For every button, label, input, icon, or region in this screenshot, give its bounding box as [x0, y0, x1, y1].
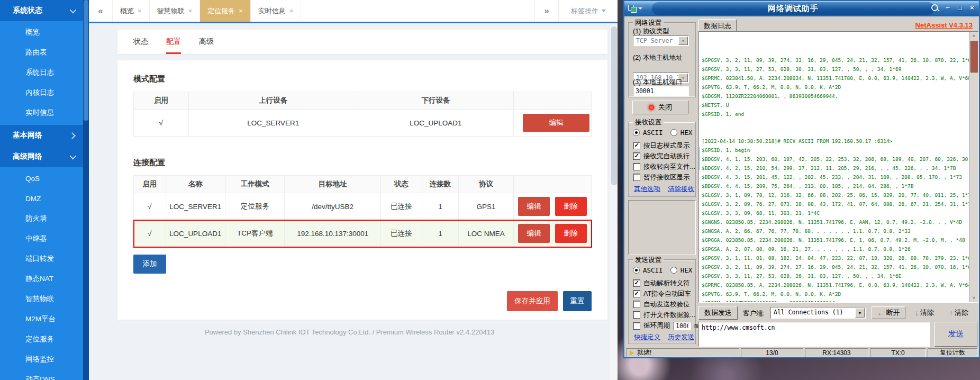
- checkbox[interactable]: [633, 301, 640, 308]
- sidebar-item[interactable]: 系统日志: [0, 62, 83, 83]
- sidebar-section-system-status[interactable]: 系统状态: [0, 0, 83, 21]
- tabs-scroll-left-icon[interactable]: «: [89, 0, 113, 22]
- client-select[interactable]: All Connections (1) ▼: [770, 307, 866, 319]
- host-port-input[interactable]: [633, 86, 689, 96]
- log-scrollbar[interactable]: ˄ ˅: [969, 32, 978, 302]
- settings-tab[interactable]: 状态: [133, 30, 148, 54]
- checkbox[interactable]: [633, 142, 640, 149]
- other-options-link[interactable]: 其他选项: [634, 185, 660, 194]
- sidebar-item[interactable]: QoS: [0, 168, 83, 188]
- chevron-down-icon[interactable]: [638, 7, 642, 10]
- edit-button[interactable]: 编辑: [518, 197, 550, 216]
- send-button[interactable]: 发送: [934, 322, 977, 347]
- chevron-down-icon[interactable]: ▼: [678, 37, 688, 45]
- delete-button[interactable]: 删除: [555, 224, 587, 243]
- checkbox[interactable]: [633, 152, 640, 160]
- data-log-area[interactable]: $GPGSV, 3, 2, 11, 09, 39, 274, 33, 16, 2…: [698, 31, 978, 303]
- scroll-down-icon[interactable]: ˅: [970, 294, 978, 302]
- close-connection-button[interactable]: 关闭: [632, 101, 688, 114]
- sidebar-item[interactable]: DMZ: [0, 188, 83, 209]
- reset-button[interactable]: 重置: [563, 291, 592, 311]
- chevron-down-icon[interactable]: ▼: [855, 308, 865, 318]
- sidebar-item[interactable]: 端口转发: [0, 249, 83, 269]
- down-arrow-icon: ↓: [915, 309, 919, 317]
- sidebar-item[interactable]: 静态NAT: [0, 269, 83, 289]
- sidebar-item[interactable]: 定位服务: [0, 329, 83, 349]
- sidebar-item[interactable]: M2M平台: [0, 309, 83, 329]
- disconnect-button[interactable]: ← 断开: [872, 306, 905, 319]
- app-icon[interactable]: [628, 5, 636, 12]
- cell-status: 已连接: [381, 193, 422, 220]
- close-icon[interactable]: ×: [239, 7, 243, 15]
- log-line: $GNGNS, 023850.85, 2234.208026, N, 11351…: [702, 218, 969, 227]
- close-button[interactable]: ×: [968, 4, 976, 12]
- hex-radio[interactable]: [670, 129, 677, 136]
- sidebar-item[interactable]: 中继器: [0, 229, 83, 249]
- close-icon[interactable]: ×: [188, 7, 193, 15]
- maximize-button[interactable]: □: [956, 4, 964, 12]
- netassist-version-link[interactable]: NetAssist V4.3.13: [915, 21, 973, 29]
- sidebar-item[interactable]: 动态DNS: [0, 369, 83, 380]
- sidebar-item[interactable]: 智慧物联: [0, 289, 83, 309]
- cycle-period-input[interactable]: [673, 322, 691, 330]
- checkbox[interactable]: [633, 290, 640, 297]
- ascii-radio[interactable]: [633, 267, 640, 274]
- log-line: $GPSID, 1, begin: [702, 146, 969, 155]
- page-tab[interactable]: 定位服务 ×: [200, 0, 251, 22]
- page-scrollbar-thumb[interactable]: [611, 26, 617, 185]
- page-tab[interactable]: 智慧物联 ×: [150, 0, 201, 22]
- sidebar-item[interactable]: 实时信息: [0, 103, 83, 123]
- settings-tab[interactable]: 配置: [166, 30, 181, 54]
- clear-receive-link[interactable]: 清除接收: [668, 185, 694, 194]
- send-data-input[interactable]: http://www.cmsoft.cn: [698, 322, 930, 347]
- reset-counter-button[interactable]: 复位计数: [928, 348, 977, 357]
- clear-receive-button[interactable]: ↓ 清除: [915, 308, 934, 318]
- history-send-link[interactable]: 历史发送: [668, 333, 694, 342]
- checkbox[interactable]: [633, 174, 640, 181]
- edit-button[interactable]: 编辑: [518, 224, 550, 243]
- data-send-tab[interactable]: 数据发送: [698, 306, 738, 320]
- save-apply-button[interactable]: 保存并应用: [507, 291, 558, 311]
- page-tab[interactable]: 实时信息 ×: [251, 0, 302, 22]
- cycle-checkbox[interactable]: [633, 322, 640, 330]
- close-icon[interactable]: ×: [138, 7, 142, 15]
- sidebar-section-advanced-network[interactable]: 高级网络: [0, 146, 83, 167]
- sidebar-item[interactable]: 内核日志: [0, 83, 83, 103]
- checkbox[interactable]: [633, 163, 640, 170]
- delete-button[interactable]: 删除: [555, 197, 587, 216]
- checkbox-row: 自动发送校验位: [633, 299, 695, 310]
- tab-operations-menu[interactable]: 标签操作: [559, 0, 618, 22]
- receive-settings-group: 接收设置 ASCII HEX 按日志模式显示 接收完自动换行: [628, 122, 696, 197]
- ascii-radio[interactable]: [633, 129, 640, 136]
- scroll-up-icon[interactable]: ˄: [970, 32, 978, 40]
- page-scrollbar[interactable]: [610, 23, 618, 380]
- tabs-scroll-right-icon[interactable]: »: [534, 0, 559, 22]
- hex-radio[interactable]: [670, 267, 677, 274]
- protocol-type-select[interactable]: TCP Server ▼: [633, 35, 689, 46]
- clear-send-button[interactable]: ↑ 清除: [949, 308, 968, 318]
- sidebar-item[interactable]: 路由表: [0, 42, 83, 62]
- edit-button[interactable]: 编辑: [523, 114, 589, 132]
- title-bar[interactable]: 网络调试助手 − □ ×: [624, 1, 979, 16]
- checkbox[interactable]: [633, 279, 640, 287]
- sidebar-scrollbar-thumb[interactable]: [84, 0, 88, 121]
- sidebar-item[interactable]: 网络监控: [0, 349, 83, 369]
- sidebar-scrollbar[interactable]: [83, 0, 89, 380]
- pin-icon[interactable]: [931, 4, 938, 11]
- checkbox[interactable]: [633, 311, 640, 319]
- sidebar-item[interactable]: 概览: [0, 22, 83, 42]
- shortcut-define-link[interactable]: 快捷定义: [634, 333, 660, 342]
- data-log-tab[interactable]: 数据日志: [698, 19, 737, 32]
- log-scrollbar-thumb[interactable]: [970, 41, 978, 73]
- page-tab[interactable]: 概览 ×: [113, 0, 150, 22]
- close-icon[interactable]: ×: [289, 7, 294, 15]
- collapse-panel-handle[interactable]: ‹: [698, 147, 700, 170]
- sidebar-item[interactable]: 防火墙: [0, 209, 83, 229]
- log-line: $BDGSV, 4, 3, 15, 201, 45, 122, , 202, 4…: [702, 173, 969, 182]
- settings-tab[interactable]: 高级: [199, 30, 214, 54]
- log-line: $GDGSM, 1120ZR22204060001, , 86393005466…: [702, 298, 969, 302]
- add-button[interactable]: 添加: [133, 255, 166, 274]
- col-conn-count: 连接数: [422, 176, 458, 193]
- sidebar-section-basic-network[interactable]: 基本网络: [0, 125, 83, 146]
- minimize-button[interactable]: −: [944, 4, 951, 12]
